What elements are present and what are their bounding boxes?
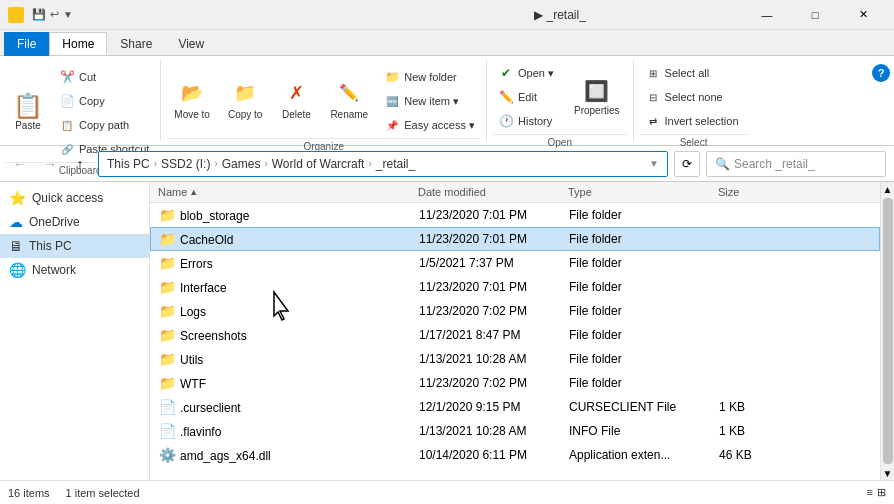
file-name-cell: 📄.curseclient xyxy=(151,398,411,416)
copy-to-button[interactable]: 📁 Copy to xyxy=(221,74,269,125)
cut-button[interactable]: ✂️ Cut xyxy=(54,66,154,88)
header-size-label: Size xyxy=(718,186,739,198)
back-button[interactable]: ← xyxy=(8,152,32,176)
up-button[interactable]: ↑ xyxy=(68,152,92,176)
icons-view-icon[interactable]: ⊞ xyxy=(877,486,886,499)
ribbon: 📋 Paste ✂️ Cut 📄 Copy 📋 Copy path � xyxy=(0,56,894,146)
search-box[interactable]: 🔍 Search _retail_ xyxy=(706,151,886,177)
table-row[interactable]: 📁Screenshots 1/17/2021 8:47 PM File fold… xyxy=(150,323,880,347)
scroll-down[interactable]: ▼ xyxy=(881,466,895,480)
scroll-up[interactable]: ▲ xyxy=(881,182,895,196)
scrollbar[interactable]: ▲ ▼ xyxy=(880,182,894,480)
table-row[interactable]: 📁Errors 1/5/2021 7:37 PM File folder xyxy=(150,251,880,275)
properties-button[interactable]: 🔲 Properties xyxy=(567,76,627,119)
invert-selection-button[interactable]: ⇄ Invert selection xyxy=(640,110,744,132)
file-list: 📁blob_storage 11/23/2020 7:01 PM File fo… xyxy=(150,203,880,480)
file-size-cell xyxy=(711,334,791,336)
copy-label: Copy xyxy=(79,95,105,107)
window-title: ▶ _retail_ xyxy=(376,8,744,22)
sidebar-item-this-pc[interactable]: 🖥 This PC xyxy=(0,234,149,258)
header-type[interactable]: Type xyxy=(560,184,710,200)
path-games: Games xyxy=(222,157,261,171)
close-button[interactable]: ✕ xyxy=(840,0,886,30)
file-size-cell xyxy=(711,358,791,360)
organize-content: 📂 Move to 📁 Copy to ✗ Delete ✏️ Rename xyxy=(167,62,480,136)
cut-label: Cut xyxy=(79,71,96,83)
tab-share[interactable]: Share xyxy=(107,32,165,55)
rename-button[interactable]: ✏️ Rename xyxy=(323,74,375,125)
file-header: Name ▲ Date modified Type Size xyxy=(150,182,880,203)
file-date-cell: 11/23/2020 7:01 PM xyxy=(411,207,561,223)
file-date-cell: 1/17/2021 8:47 PM xyxy=(411,327,561,343)
organize-group: 📂 Move to 📁 Copy to ✗ Delete ✏️ Rename xyxy=(161,60,487,141)
table-row[interactable]: 📁Interface 11/23/2020 7:01 PM File folde… xyxy=(150,275,880,299)
file-size-cell xyxy=(711,382,791,384)
select-none-button[interactable]: ⊟ Select none xyxy=(640,86,744,108)
this-pc-label: This PC xyxy=(29,239,72,253)
scroll-thumb[interactable] xyxy=(883,198,893,464)
quick-access-dropdown[interactable]: ▼ xyxy=(63,9,73,20)
file-name-cell: 📄.flavinfo xyxy=(151,422,411,440)
details-view-icon[interactable]: ≡ xyxy=(867,486,873,499)
file-icon: 📁 xyxy=(159,327,176,343)
easy-access-button[interactable]: 📌 Easy access ▾ xyxy=(379,114,480,136)
sidebar-item-quick-access[interactable]: ⭐ Quick access xyxy=(0,186,149,210)
file-name-cell: 📁Interface xyxy=(151,278,411,296)
header-date[interactable]: Date modified xyxy=(410,184,560,200)
new-item-icon: 🆕 xyxy=(384,93,400,109)
delete-button[interactable]: ✗ Delete xyxy=(273,74,319,125)
header-name[interactable]: Name ▲ xyxy=(150,184,410,200)
new-item-button[interactable]: 🆕 New item ▾ xyxy=(379,90,480,112)
table-row[interactable]: 📄.curseclient 12/1/2020 9:15 PM CURSECLI… xyxy=(150,395,880,419)
edit-button[interactable]: ✏️ Edit xyxy=(493,86,559,108)
header-size[interactable]: Size xyxy=(710,184,790,200)
file-name-cell: 📁CacheOld xyxy=(151,230,411,248)
table-row[interactable]: ⚙️amd_ags_x64.dll 10/14/2020 6:11 PM App… xyxy=(150,443,880,467)
file-type-cell: File folder xyxy=(561,303,711,319)
file-type-cell: INFO File xyxy=(561,423,711,439)
sidebar-item-onedrive[interactable]: ☁ OneDrive xyxy=(0,210,149,234)
table-row[interactable]: 📄.flavinfo 1/13/2021 10:28 AM INFO File … xyxy=(150,419,880,443)
table-row[interactable]: 📁WTF 11/23/2020 7:02 PM File folder xyxy=(150,371,880,395)
refresh-button[interactable]: ⟳ xyxy=(674,151,700,177)
rename-icon: ✏️ xyxy=(335,79,363,107)
address-path[interactable]: This PC › SSD2 (I:) › Games › World of W… xyxy=(98,151,668,177)
path-arrow-2: › xyxy=(214,158,217,169)
history-button[interactable]: 🕐 History xyxy=(493,110,559,132)
move-to-button[interactable]: 📂 Move to xyxy=(167,74,217,125)
address-dropdown[interactable]: ▼ xyxy=(649,158,659,169)
file-type-cell: File folder xyxy=(561,375,711,391)
table-row[interactable]: 📁blob_storage 11/23/2020 7:01 PM File fo… xyxy=(150,203,880,227)
paste-button[interactable]: 📋 Paste xyxy=(6,87,50,136)
sort-icon: ▲ xyxy=(189,187,198,197)
select-all-button[interactable]: ⊞ Select all xyxy=(640,62,744,84)
maximize-button[interactable]: □ xyxy=(792,0,838,30)
tab-file[interactable]: File xyxy=(4,32,49,56)
this-pc-icon: 🖥 xyxy=(9,238,23,254)
path-arrow-4: › xyxy=(368,158,371,169)
tab-view[interactable]: View xyxy=(165,32,217,55)
file-name-cell: 📁WTF xyxy=(151,374,411,392)
copy-path-button[interactable]: 📋 Copy path xyxy=(54,114,154,136)
select-content: ⊞ Select all ⊟ Select none ⇄ Invert sele… xyxy=(640,62,748,132)
select-none-label: Select none xyxy=(665,91,723,103)
file-type-cell: File folder xyxy=(561,327,711,343)
table-row[interactable]: 📁CacheOld 11/23/2020 7:01 PM File folder xyxy=(150,227,880,251)
file-name-cell: 📁blob_storage xyxy=(151,206,411,224)
help-icon[interactable]: ? xyxy=(868,60,894,141)
open-button[interactable]: ✔ Open ▾ xyxy=(493,62,559,84)
new-folder-button[interactable]: 📁 New folder xyxy=(379,66,480,88)
quick-save-icon[interactable]: 💾 xyxy=(32,8,46,21)
file-date-cell: 11/23/2020 7:02 PM xyxy=(411,303,561,319)
table-row[interactable]: 📁Utils 1/13/2021 10:28 AM File folder xyxy=(150,347,880,371)
sidebar-item-network[interactable]: 🌐 Network xyxy=(0,258,149,282)
quick-access-label: Quick access xyxy=(32,191,103,205)
tab-home[interactable]: Home xyxy=(49,32,107,56)
minimize-button[interactable]: — xyxy=(744,0,790,30)
copy-button[interactable]: 📄 Copy xyxy=(54,90,154,112)
file-icon: 📄 xyxy=(159,423,176,439)
forward-button[interactable]: → xyxy=(38,152,62,176)
undo-icon[interactable]: ↩ xyxy=(50,8,59,21)
file-icon: 📁 xyxy=(159,375,176,391)
table-row[interactable]: 📁Logs 11/23/2020 7:02 PM File folder xyxy=(150,299,880,323)
